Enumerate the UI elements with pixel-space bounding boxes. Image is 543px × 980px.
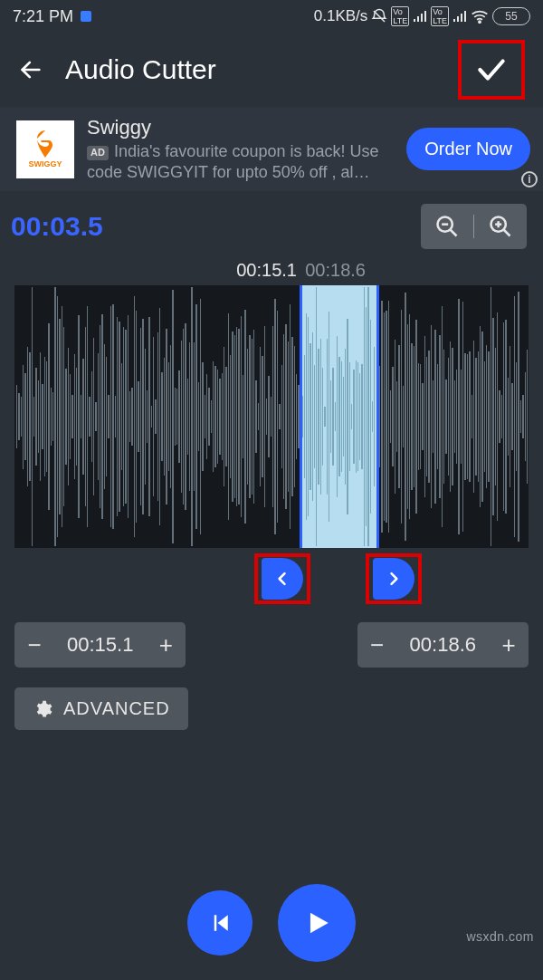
confirm-highlight [458,40,525,100]
handle-left-highlight [254,553,310,604]
selection-duration: 00:03.5 [11,211,103,242]
time-steppers: − 00:15.1 + − 00:18.6 + [0,622,543,668]
ad-info-icon[interactable]: i [521,171,538,187]
signal2-icon [452,10,467,23]
ad-title: Swiggy [87,116,394,139]
marker-labels: 00:15.1 00:18.6 [0,260,543,285]
app-bar: Audio Cutter [0,33,543,107]
selection-end-handle[interactable] [373,558,414,600]
zoom-controls [421,204,527,249]
advanced-button[interactable]: ADVANCED [14,687,188,730]
sim1-icon: VoLTE [391,6,409,26]
marker-start-label: 00:15.1 [236,260,297,281]
selection-start-handle[interactable] [262,558,303,600]
page-title: Audio Cutter [65,54,216,85]
back-button[interactable] [18,57,43,82]
end-time-value: 00:18.6 [397,633,489,657]
status-bar: 7:21 PM 0.1KB/s VoLTE VoLTE 55 [0,0,543,33]
ad-cta-button[interactable]: Order Now [406,128,530,170]
app-indicator-icon [79,9,93,24]
start-time-stepper: − 00:15.1 + [14,622,186,668]
start-time-increase[interactable]: + [146,622,186,668]
play-button[interactable] [278,884,356,962]
sim2-icon: VoLTE [431,6,449,26]
status-netspeed: 0.1KB/s [314,7,368,25]
confirm-button[interactable] [473,52,510,88]
selection-handles [14,553,529,606]
mute-icon [371,8,387,24]
ad-description: ADIndia's favourite coupon is back! Use … [87,141,394,182]
marker-end-label: 00:18.6 [305,260,366,281]
selection-end-line[interactable] [376,285,379,548]
end-time-increase[interactable]: + [489,622,529,668]
ad-body: Swiggy ADIndia's favourite coupon is bac… [87,116,394,182]
start-time-value: 00:15.1 [54,633,146,657]
zoom-out-button[interactable] [421,204,473,249]
selection-start-line[interactable] [300,285,302,548]
waveform-view[interactable] [14,285,529,548]
status-time: 7:21 PM [13,7,73,26]
wifi-icon [471,9,489,24]
gear-icon [33,699,52,719]
signal1-icon [413,10,427,23]
svg-point-2 [479,21,481,23]
playback-controls [0,884,543,962]
svg-line-5 [451,230,457,236]
svg-rect-0 [81,11,91,22]
ad-banner[interactable]: SWIGGY Swiggy ADIndia's favourite coupon… [0,107,543,191]
advanced-label: ADVANCED [63,698,170,719]
handle-right-highlight [366,553,422,604]
watermark: wsxdn.com [466,929,534,944]
svg-line-8 [504,230,510,236]
skip-previous-button[interactable] [187,890,252,956]
ad-tag: AD [87,146,109,160]
battery-icon: 55 [492,7,530,25]
ad-logo: SWIGGY [16,120,74,178]
zoom-in-button[interactable] [474,204,527,249]
end-time-decrease[interactable]: − [357,622,397,668]
end-time-stepper: − 00:18.6 + [357,622,529,668]
start-time-decrease[interactable]: − [14,622,54,668]
